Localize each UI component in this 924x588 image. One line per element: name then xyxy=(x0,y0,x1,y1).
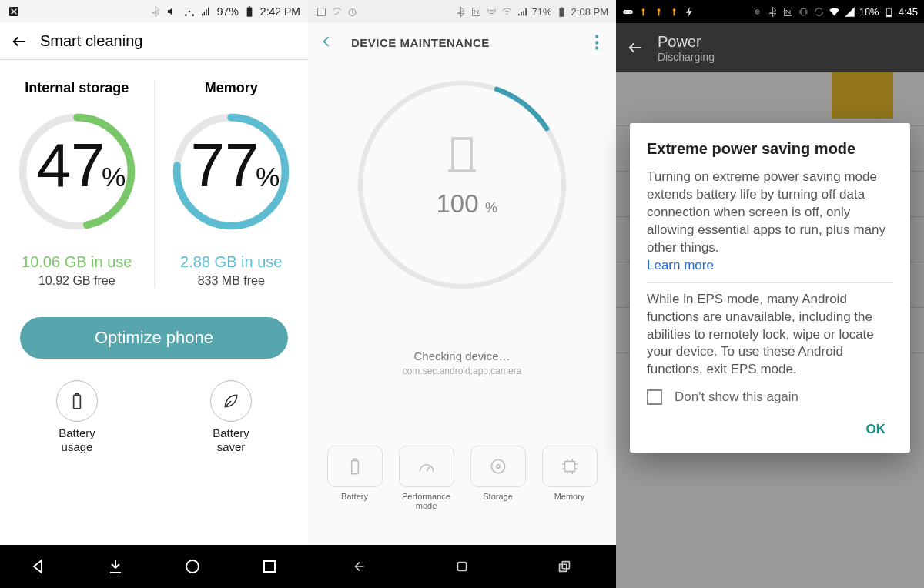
back-arrow-icon[interactable] xyxy=(627,39,644,56)
sync-icon xyxy=(813,6,825,18)
svg-rect-22 xyxy=(561,7,563,8)
memory-free: 833 MB free xyxy=(155,274,309,288)
svg-point-36 xyxy=(630,11,631,12)
learn-more-link[interactable]: Learn more xyxy=(647,258,714,272)
touch-icon xyxy=(653,6,665,18)
nav-recent-icon[interactable] xyxy=(556,558,573,575)
wifi-calling-icon xyxy=(331,6,343,18)
svg-point-3 xyxy=(192,14,194,16)
battery-pct: 97% xyxy=(217,5,239,18)
screenshot-icon xyxy=(316,6,327,18)
svg-point-29 xyxy=(491,459,504,473)
score-ring: 100 % xyxy=(308,62,616,303)
battery-pct: 71% xyxy=(532,6,552,18)
android-navbar xyxy=(308,545,616,588)
svg-point-30 xyxy=(496,465,499,468)
svg-point-34 xyxy=(624,11,626,12)
divider xyxy=(647,282,893,283)
tile-storage[interactable] xyxy=(470,446,526,487)
ok-button[interactable]: OK xyxy=(859,416,894,443)
dialog-title: Extreme power saving mode xyxy=(647,140,893,158)
clock: 2:08 PM xyxy=(571,6,608,18)
status-bar: 71% 2:08 PM xyxy=(308,0,616,23)
svg-point-16 xyxy=(186,560,199,573)
nav-back-icon[interactable] xyxy=(351,558,368,575)
phone-power-dialog: 18% 4:45 Power Discharging BM Pk EP B Vi… xyxy=(616,0,924,588)
svg-text:47: 47 xyxy=(36,131,105,199)
svg-point-41 xyxy=(756,11,758,12)
dialog-body-2: While in EPS mode, many Android function… xyxy=(647,291,893,379)
svg-rect-45 xyxy=(886,15,891,17)
signal-icon xyxy=(844,6,855,18)
vibrate-icon xyxy=(798,6,809,18)
mute-icon xyxy=(166,5,179,18)
leaf-icon xyxy=(221,391,241,411)
signal-icon xyxy=(517,6,528,18)
shortcut-battery-saver[interactable]: Battery saver xyxy=(154,380,308,454)
page-subtitle: Discharging xyxy=(658,51,715,63)
checking-status: Checking device… xyxy=(308,349,616,362)
back-arrow-icon[interactable] xyxy=(11,33,28,50)
clock: 4:45 xyxy=(899,6,918,18)
chip-icon xyxy=(560,456,580,476)
panel-internal-storage[interactable]: Internal storage 47 % 10.06 GB in use 10… xyxy=(0,80,154,288)
svg-text:%: % xyxy=(102,162,126,192)
optimize-phone-button[interactable]: Optimize phone xyxy=(20,317,288,359)
bluetooth-icon xyxy=(149,5,162,18)
battery-icon xyxy=(883,6,895,18)
clock: 2:42 PM xyxy=(260,5,300,18)
nav-recent-icon[interactable] xyxy=(260,557,279,576)
wifi-icon xyxy=(829,6,840,18)
nfc-icon xyxy=(470,6,482,18)
tile-performance[interactable] xyxy=(399,446,454,487)
page-title: DEVICE MAINTENANCE xyxy=(351,36,490,49)
svg-point-1 xyxy=(188,11,190,13)
titlebar: Power Discharging xyxy=(616,23,924,72)
signal-icon xyxy=(200,5,213,18)
network-icon xyxy=(183,5,196,18)
status-bar: 97% 2:42 PM xyxy=(0,0,308,23)
battery-icon xyxy=(556,6,567,18)
phone-smart-cleaning: 97% 2:42 PM Smart cleaning Internal stor… xyxy=(0,0,308,588)
nav-home-icon[interactable] xyxy=(183,557,202,576)
tile-battery[interactable] xyxy=(327,446,383,487)
svg-rect-14 xyxy=(74,395,81,408)
svg-rect-43 xyxy=(802,8,805,15)
bolt-icon xyxy=(684,6,695,18)
dialog-extreme-power-saving: Extreme power saving mode Turning on ext… xyxy=(630,123,910,453)
shortcut-battery-usage[interactable]: Battery usage xyxy=(0,380,154,454)
nfc-icon xyxy=(782,6,794,18)
vibrate-icon xyxy=(486,6,497,18)
panel-memory[interactable]: Memory 77 % 2.88 GB in use 833 MB free xyxy=(154,80,309,288)
touch-icon xyxy=(638,6,649,18)
bluetooth-icon xyxy=(767,6,778,18)
svg-rect-21 xyxy=(559,8,564,16)
svg-text:%: % xyxy=(485,200,497,215)
tile-memory[interactable] xyxy=(542,446,598,487)
checkbox-box-icon xyxy=(647,389,662,405)
phone-device-maintenance: 71% 2:08 PM DEVICE MAINTENANCE ⋮ 100 % C… xyxy=(308,0,616,588)
nav-download-icon[interactable] xyxy=(106,557,125,576)
battery-pct: 18% xyxy=(859,6,879,18)
svg-point-38 xyxy=(658,8,661,12)
nav-home-icon[interactable] xyxy=(454,558,470,575)
memory-label: Memory xyxy=(155,80,309,96)
touch-icon xyxy=(668,6,680,18)
page-title: Power xyxy=(658,33,715,51)
gps-icon xyxy=(752,6,763,18)
storage-in-use: 10.06 GB in use xyxy=(0,253,154,271)
svg-rect-5 xyxy=(249,6,251,7)
tile-label-storage: Storage xyxy=(470,492,526,510)
svg-point-35 xyxy=(628,11,629,12)
gauge-icon xyxy=(417,456,437,476)
nav-back-icon[interactable] xyxy=(29,557,48,576)
dont-show-again-checkbox[interactable]: Don't show this again xyxy=(647,389,893,405)
status-bar: 18% 4:45 xyxy=(616,0,924,23)
android-navbar xyxy=(0,545,308,588)
back-button[interactable] xyxy=(319,34,334,52)
battery-icon xyxy=(243,5,256,18)
tile-label-battery: Battery xyxy=(327,492,383,510)
svg-rect-31 xyxy=(564,462,574,472)
svg-point-24 xyxy=(346,69,578,300)
svg-text:77: 77 xyxy=(191,131,259,199)
